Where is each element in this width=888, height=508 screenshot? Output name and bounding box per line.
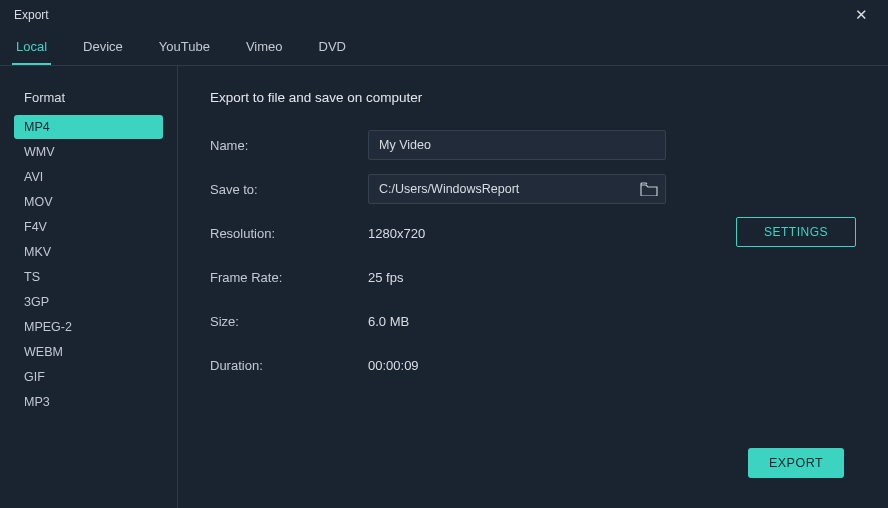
tabbar: Local Device YouTube Vimeo DVD: [0, 30, 888, 66]
row-size: Size: 6.0 MB: [210, 305, 856, 337]
value-size: 6.0 MB: [368, 314, 409, 329]
label-saveto: Save to:: [210, 182, 368, 197]
value-framerate: 25 fps: [368, 270, 403, 285]
format-item-3gp[interactable]: 3GP: [14, 290, 163, 314]
tab-vimeo[interactable]: Vimeo: [242, 31, 287, 65]
format-item-mov[interactable]: MOV: [14, 190, 163, 214]
export-button[interactable]: EXPORT: [748, 448, 844, 478]
tab-youtube[interactable]: YouTube: [155, 31, 214, 65]
label-name: Name:: [210, 138, 368, 153]
tab-device[interactable]: Device: [79, 31, 127, 65]
format-item-mp3[interactable]: MP3: [14, 390, 163, 414]
row-resolution: Resolution: 1280x720 SETTINGS: [210, 217, 856, 249]
label-size: Size:: [210, 314, 368, 329]
sidebar: Format MP4 WMV AVI MOV F4V MKV TS 3GP MP…: [0, 66, 178, 508]
tab-dvd[interactable]: DVD: [315, 31, 350, 65]
label-resolution: Resolution:: [210, 226, 368, 241]
window-title: Export: [14, 8, 49, 22]
value-duration: 00:00:09: [368, 358, 419, 373]
format-item-f4v[interactable]: F4V: [14, 215, 163, 239]
name-input[interactable]: [368, 130, 666, 160]
folder-icon[interactable]: [640, 182, 658, 196]
main-panel: Export to file and save on computer Name…: [178, 66, 888, 508]
format-item-avi[interactable]: AVI: [14, 165, 163, 189]
format-list: MP4 WMV AVI MOV F4V MKV TS 3GP MPEG-2 WE…: [14, 115, 163, 414]
format-item-ts[interactable]: TS: [14, 265, 163, 289]
format-item-gif[interactable]: GIF: [14, 365, 163, 389]
format-item-mp4[interactable]: MP4: [14, 115, 163, 139]
format-item-webm[interactable]: WEBM: [14, 340, 163, 364]
value-resolution: 1280x720: [368, 226, 425, 241]
close-icon[interactable]: ✕: [849, 4, 874, 26]
row-name: Name:: [210, 129, 856, 161]
row-saveto: Save to:: [210, 173, 856, 205]
format-item-mpeg2[interactable]: MPEG-2: [14, 315, 163, 339]
row-framerate: Frame Rate: 25 fps: [210, 261, 856, 293]
format-item-mkv[interactable]: MKV: [14, 240, 163, 264]
row-duration: Duration: 00:00:09: [210, 349, 856, 381]
settings-button[interactable]: SETTINGS: [736, 217, 856, 247]
main-heading: Export to file and save on computer: [210, 90, 856, 105]
tab-local[interactable]: Local: [12, 31, 51, 65]
label-framerate: Frame Rate:: [210, 270, 368, 285]
titlebar: Export ✕: [0, 0, 888, 30]
format-heading: Format: [24, 90, 163, 105]
saveto-input[interactable]: [368, 174, 666, 204]
label-duration: Duration:: [210, 358, 368, 373]
format-item-wmv[interactable]: WMV: [14, 140, 163, 164]
